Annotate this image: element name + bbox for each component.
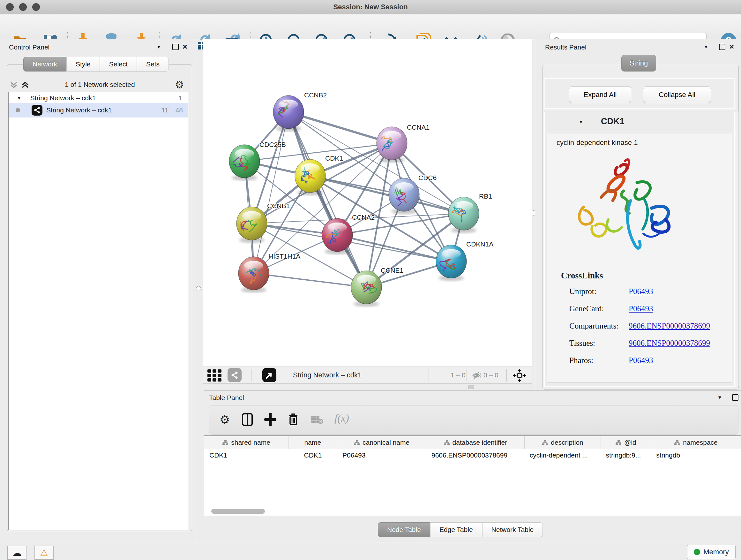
edge-CCNB2-CCNE1[interactable] (288, 112, 366, 287)
toolbar-separator (507, 369, 507, 381)
crosslink-row: Compartments:9606.ENSP00000378699 (569, 317, 723, 334)
crosslink-link[interactable]: P06493 (629, 287, 653, 296)
tab-edge-table[interactable]: Edge Table (430, 522, 482, 537)
crosslink-link[interactable]: P06493 (629, 356, 653, 365)
table-row[interactable]: CDK1CDK1P064939606.ENSP00000378699cyclin… (204, 449, 741, 461)
warnings-button[interactable]: ⚠ (35, 546, 54, 560)
tab-select[interactable]: Select (100, 57, 137, 71)
memory-button[interactable]: Memory (687, 545, 736, 559)
node-CDKN1A[interactable] (436, 245, 467, 278)
tab-node-table[interactable]: Node Table (378, 522, 430, 537)
table-cell[interactable]: P06493 (337, 451, 426, 459)
show-columns-icon[interactable] (242, 413, 253, 426)
node-CCNE1[interactable] (351, 271, 382, 304)
node-label-HIST1H1A: HIST1H1A (268, 253, 300, 260)
node-label-CCNA2: CCNA2 (352, 213, 375, 221)
expand-all-networks-icon[interactable] (21, 81, 29, 89)
table-cell[interactable]: 9606.ENSP00000378699 (426, 451, 525, 459)
node-CDK1[interactable] (295, 159, 326, 192)
node-CCNA2[interactable] (319, 219, 353, 252)
column-label: namespace (683, 439, 718, 446)
cloud-status-button[interactable]: ☁ (7, 546, 26, 560)
collapse-panel-icon[interactable]: ▼ (718, 395, 722, 400)
fit-content-crosshair-icon[interactable] (513, 369, 526, 382)
edge-CCNB2-HIST1H1A[interactable] (254, 112, 288, 273)
network-graph[interactable]: CCNB2CCNA1CDC25BCDK1CDC6RB1CCNB1CCNA2CDK… (203, 39, 532, 367)
expander-triangle-icon[interactable]: ▼ (17, 96, 21, 101)
delete-column-trash-icon[interactable] (288, 413, 299, 426)
tab-style[interactable]: Style (66, 57, 100, 71)
table-header-row: shared namenamecanonical namedatabase id… (204, 436, 741, 449)
expand-collapse-box: Expand All Collapse All (544, 78, 735, 109)
column-header-name[interactable]: name (288, 436, 337, 449)
collapse-all-button[interactable]: Collapse All (643, 86, 711, 103)
node-label-CCNB1: CCNB1 (267, 202, 290, 209)
collapse-all-networks-icon[interactable] (10, 81, 18, 89)
node-HIST1H1A[interactable] (239, 257, 269, 290)
crosslink-link[interactable]: P06493 (629, 304, 653, 313)
node-CDC6[interactable] (389, 178, 419, 211)
column-header-canonical-name[interactable]: canonical name (337, 436, 426, 449)
close-panel-icon[interactable]: × (183, 42, 187, 52)
float-panel-icon[interactable] (732, 394, 738, 401)
table-cell[interactable]: stringdb:9... (601, 451, 651, 459)
crosslink-label: Pharos: (569, 356, 629, 365)
float-panel-icon[interactable] (719, 44, 725, 50)
birdseye-view-icon[interactable] (262, 368, 276, 382)
protein-result-box: ▼ CDK1 cyclin-dependent kinase 1 (544, 111, 735, 387)
results-scrollbar[interactable] (735, 111, 739, 386)
grid-view-icon[interactable] (207, 369, 222, 382)
table-toolbar: ⚙ f(x) (209, 405, 738, 435)
network-collection-row[interactable]: ▼ String Network – cdk1 1 (9, 93, 188, 103)
column-type-icon (354, 440, 360, 445)
collapse-panel-icon[interactable]: ▼ (156, 44, 161, 50)
network-canvas[interactable]: CCNB2CCNA1CDC25BCDK1CDC6RB1CCNB1CCNA2CDK… (203, 39, 532, 367)
column-header-database-identifier[interactable]: database identifier (426, 436, 525, 449)
network-row-selected[interactable]: String Network – cdk1 11 48 (9, 103, 188, 118)
crosslinks-heading: CrossLinks (561, 271, 603, 281)
collapse-section-icon[interactable]: ▼ (579, 119, 583, 125)
close-panel-icon[interactable]: × (729, 42, 734, 52)
table-settings-gear-icon[interactable]: ⚙ (219, 413, 230, 426)
edge-HIST1H1A-CCNE1[interactable] (254, 273, 366, 287)
bottom-splitter-handle[interactable] (468, 385, 474, 389)
table-cell[interactable]: cyclin-dependent ... (525, 451, 601, 459)
horizontal-scrollbar[interactable] (211, 509, 265, 514)
crosslink-link[interactable]: 9606.ENSP00000378699 (629, 321, 710, 330)
tab-sets[interactable]: Sets (137, 57, 169, 71)
float-panel-icon[interactable] (172, 44, 179, 50)
column-header-namespace[interactable]: namespace (651, 436, 741, 449)
add-column-icon[interactable] (264, 413, 276, 426)
table-cell[interactable]: CDK1 (288, 451, 337, 459)
column-header-@id[interactable]: @id (601, 436, 651, 449)
expand-all-button[interactable]: Expand All (569, 86, 631, 103)
column-label: database identifier (453, 439, 508, 446)
edge-CDK1-RB1[interactable] (310, 176, 464, 213)
table-tabs: Node TableEdge TableNetwork Table (378, 522, 543, 537)
window-title: Session: New Session (0, 3, 741, 11)
control-panel: Control Panel ▼ × NetworkStyleSelectSets… (0, 39, 195, 543)
node-label-CDC25B: CDC25B (259, 141, 286, 148)
column-header-shared-name[interactable]: shared name (204, 436, 288, 449)
string-view-icon[interactable] (227, 368, 242, 382)
string-network-icon (31, 105, 43, 116)
node-RB1[interactable] (448, 197, 479, 230)
edge-CCNA2-CDKN1A[interactable] (337, 235, 451, 261)
column-label: shared name (231, 439, 270, 446)
column-header-description[interactable]: description (525, 436, 601, 449)
crosslinks-list: Uniprot:P06493GeneCard:P06493Compartment… (569, 283, 723, 369)
table-cell[interactable]: stringdb (651, 451, 741, 459)
edge-CCNB2-CCNA1[interactable] (288, 112, 392, 143)
tab-string[interactable]: String (621, 55, 656, 71)
tab-network[interactable]: Network (23, 57, 66, 71)
node-CCNB2[interactable] (273, 96, 304, 129)
table-cell[interactable]: CDK1 (204, 451, 288, 459)
node-CCNA1[interactable] (377, 127, 407, 161)
node-CCNB1[interactable] (233, 207, 267, 240)
collapse-panel-icon[interactable]: ▼ (704, 44, 709, 50)
left-splitter-handle[interactable] (196, 286, 201, 291)
crosslink-link[interactable]: 9606.ENSP00000378699 (629, 339, 710, 348)
tab-network-table[interactable]: Network Table (482, 522, 543, 537)
node-CDC25B[interactable] (229, 145, 260, 178)
network-options-gear-icon[interactable]: ⚙ (175, 78, 184, 91)
